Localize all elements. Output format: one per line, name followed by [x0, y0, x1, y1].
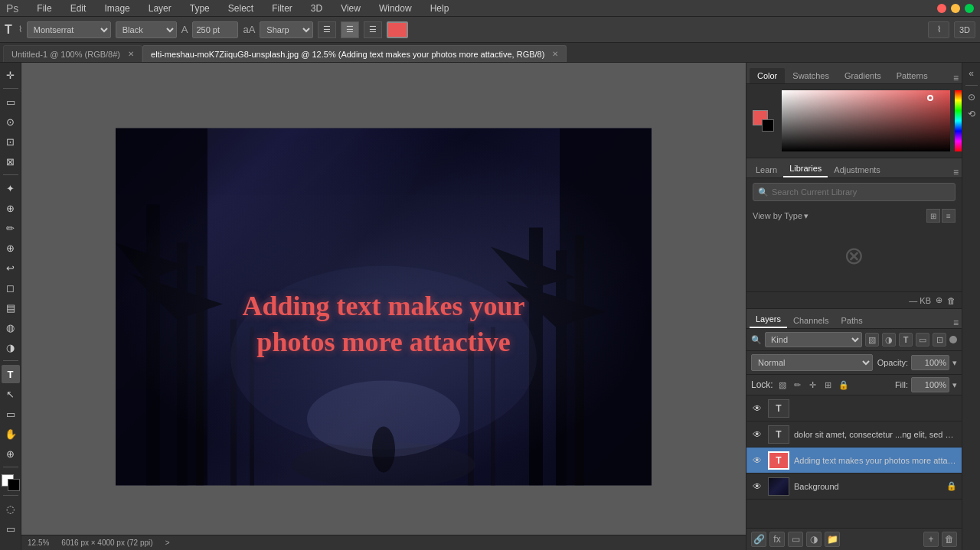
- zoom-tool[interactable]: ⊕: [2, 444, 20, 463]
- lock-artboards-icon[interactable]: ⊞: [822, 379, 835, 391]
- adjustment-filter-icon[interactable]: ◑: [882, 333, 896, 347]
- marquee-tool[interactable]: ▭: [2, 93, 20, 111]
- tab-photo[interactable]: elti-meshau-moK7ZiiquG8-unsplash.jpg @ 1…: [142, 45, 567, 62]
- collapse-panels-icon[interactable]: «: [964, 66, 979, 81]
- color-gradient-picker[interactable]: [782, 90, 950, 151]
- color-tab[interactable]: Color: [750, 68, 785, 83]
- bg-color-swatch[interactable]: [762, 119, 774, 132]
- align-center-button[interactable]: ☰: [341, 21, 359, 38]
- type-filter-icon[interactable]: T: [899, 333, 913, 347]
- new-group-button[interactable]: 📁: [825, 532, 840, 547]
- add-layer-style-button[interactable]: fx: [769, 532, 785, 547]
- libraries-tab[interactable]: Libraries: [783, 161, 828, 177]
- delete-layer-button[interactable]: 🗑: [942, 532, 957, 547]
- text-color-swatch[interactable]: [387, 21, 408, 38]
- fill-input[interactable]: [911, 377, 949, 392]
- change-screen-mode[interactable]: ▭: [2, 519, 20, 538]
- smartobj-filter-icon[interactable]: ⊡: [933, 333, 946, 347]
- layer-item[interactable]: 👁 T: [746, 395, 962, 421]
- path-selection[interactable]: ↖: [2, 385, 20, 403]
- gradients-tab[interactable]: Gradients: [837, 68, 889, 83]
- menu-window[interactable]: Window: [376, 2, 415, 15]
- warp-text-button[interactable]: ⌇: [928, 21, 949, 38]
- tab-photo-close[interactable]: ✕: [552, 50, 558, 58]
- tab-untitled-close[interactable]: ✕: [128, 50, 134, 58]
- eraser-tool[interactable]: ◻: [2, 278, 20, 297]
- new-fill-adjustment-button[interactable]: ◑: [806, 532, 822, 547]
- blend-mode-select[interactable]: Normal: [751, 354, 873, 371]
- gradient-tool[interactable]: ▤: [2, 298, 20, 317]
- menu-edit[interactable]: Edit: [67, 2, 90, 15]
- menu-file[interactable]: File: [34, 2, 54, 15]
- font-weight-select[interactable]: Black: [116, 21, 177, 38]
- window-minimize-button[interactable]: [951, 4, 960, 13]
- learn-tab[interactable]: Learn: [750, 162, 783, 177]
- adjustments-tab[interactable]: Adjustments: [828, 162, 887, 177]
- new-layer-button[interactable]: +: [923, 532, 939, 547]
- search-layers-icon[interactable]: 🔍: [751, 335, 762, 345]
- lasso-tool[interactable]: ⊙: [2, 112, 20, 131]
- heal-tool[interactable]: ⊕: [2, 199, 20, 217]
- move-tool[interactable]: ✛: [2, 66, 20, 84]
- layer-filter-select[interactable]: Kind: [765, 332, 862, 347]
- pixel-filter-icon[interactable]: ▧: [865, 333, 879, 347]
- shape-tool[interactable]: ▭: [2, 405, 20, 423]
- color-gradient[interactable]: [782, 90, 950, 151]
- layer-visibility-toggle[interactable]: 👁: [751, 428, 763, 441]
- color-wheel-icon[interactable]: ⊙: [964, 89, 979, 105]
- window-close-button[interactable]: [937, 4, 946, 13]
- character-panel-button[interactable]: 3D: [954, 21, 975, 38]
- blur-tool[interactable]: ◍: [2, 318, 20, 337]
- library-search[interactable]: 🔍: [753, 183, 956, 201]
- lock-pixels-icon[interactable]: ▧: [776, 379, 789, 391]
- window-maximize-button[interactable]: [965, 4, 974, 13]
- opacity-dropdown-icon[interactable]: ▾: [952, 358, 957, 368]
- view-by-type-button[interactable]: View by Type ▾: [753, 211, 808, 221]
- swatches-tab[interactable]: Swatches: [785, 68, 837, 83]
- history-brush[interactable]: ↩: [2, 259, 20, 277]
- font-size-input[interactable]: [192, 21, 238, 38]
- shape-filter-icon[interactable]: ▭: [916, 333, 929, 347]
- patterns-tab[interactable]: Patterns: [889, 68, 936, 83]
- paths-tab[interactable]: Paths: [835, 313, 869, 328]
- library-add-button[interactable]: ⊕: [936, 295, 942, 305]
- link-layers-button[interactable]: 🔗: [751, 532, 766, 547]
- clone-tool[interactable]: ⊕: [2, 239, 20, 257]
- filter-toggle-dot[interactable]: [949, 336, 957, 343]
- menu-layer[interactable]: Layer: [145, 2, 175, 15]
- list-view-button[interactable]: ≡: [942, 209, 956, 223]
- layer-visibility-toggle[interactable]: 👁: [751, 454, 763, 467]
- layer-item[interactable]: 👁 T dolor sit amet, consectetur ...ng el…: [746, 421, 962, 447]
- lock-image-pixels-icon[interactable]: ✏: [792, 379, 804, 391]
- add-mask-button[interactable]: ▭: [788, 532, 803, 547]
- layer-visibility-toggle[interactable]: 👁: [751, 480, 763, 493]
- color-panel-menu[interactable]: ≡: [953, 73, 959, 83]
- menu-image[interactable]: Image: [101, 2, 132, 15]
- hand-tool[interactable]: ✋: [2, 425, 20, 443]
- background-color[interactable]: [8, 479, 20, 491]
- crop-tool[interactable]: ⊡: [2, 132, 20, 151]
- antialiasing-select[interactable]: Sharp: [260, 21, 313, 38]
- libraries-panel-menu[interactable]: ≡: [953, 167, 959, 177]
- warp-text-icon[interactable]: ⌇: [18, 24, 22, 34]
- lock-all-icon[interactable]: 🔒: [838, 379, 850, 391]
- align-right-button[interactable]: ☰: [364, 21, 382, 38]
- layers-tab[interactable]: Layers: [750, 311, 787, 328]
- more-info-button[interactable]: >: [165, 539, 170, 547]
- layer-item[interactable]: 👁 Background 🔒: [746, 474, 962, 500]
- menu-type[interactable]: Type: [187, 2, 213, 15]
- menu-view[interactable]: View: [338, 2, 364, 15]
- grid-view-button[interactable]: ⊞: [926, 209, 940, 223]
- tab-untitled[interactable]: Untitled-1 @ 100% (RGB/8#) ✕: [3, 45, 142, 62]
- fill-dropdown-icon[interactable]: ▾: [952, 380, 957, 390]
- brush-tool[interactable]: ✏: [2, 219, 20, 237]
- history-icon[interactable]: ⟲: [964, 106, 979, 122]
- layer-item[interactable]: 👁 T Adding text makes your photos more a…: [746, 447, 962, 474]
- library-search-input[interactable]: [772, 187, 950, 197]
- channels-tab[interactable]: Channels: [787, 313, 835, 328]
- quick-mask-tool[interactable]: ◌: [2, 500, 20, 518]
- layers-panel-menu[interactable]: ≡: [953, 317, 959, 328]
- menu-help[interactable]: Help: [427, 2, 452, 15]
- menu-select[interactable]: Select: [225, 2, 256, 15]
- type-tool[interactable]: T: [2, 365, 20, 383]
